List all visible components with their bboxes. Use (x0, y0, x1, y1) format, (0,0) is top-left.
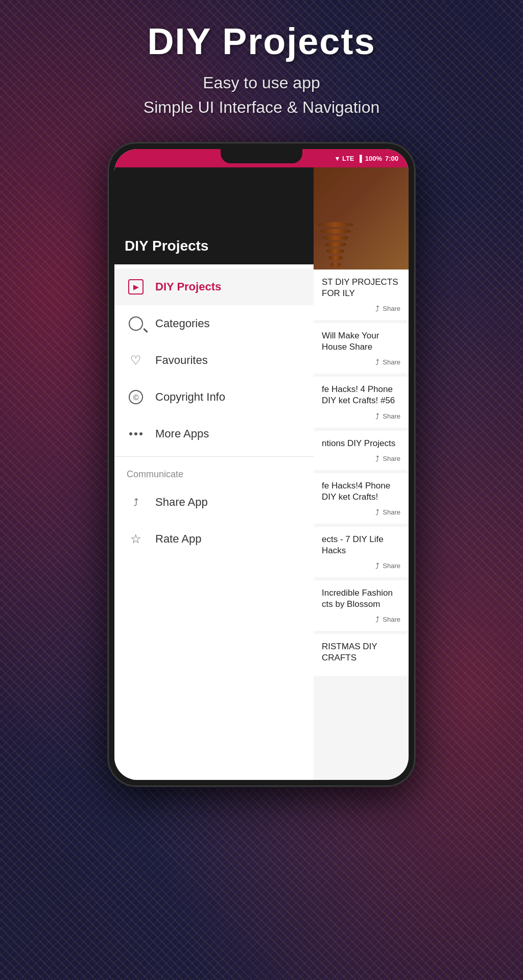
copyright-icon: © (127, 388, 145, 406)
item-title-4: ntions DIY Projects (322, 438, 400, 449)
list-item[interactable]: Will Make Your House Share ⤴ Share (314, 323, 409, 374)
drawer-app-name: DIY Projects (125, 238, 208, 254)
share-icon: ⤴ (127, 493, 145, 511)
drawer-header: DIY Projects (114, 167, 314, 264)
battery-label: 100% (365, 155, 382, 162)
share-icon-3: ⤴ (375, 412, 379, 421)
phone-container: ▾ LTE ▐ 100% 7:00 (108, 143, 415, 786)
share-btn-1[interactable]: ⤴ Share (322, 304, 400, 313)
navigation-drawer: DIY Projects ▶ DIY Projects (114, 167, 314, 780)
item-title-1: ST DIY PROJECTS FOR ILY (322, 277, 400, 299)
share-btn-3[interactable]: ⤴ Share (322, 412, 400, 421)
phone-notch (221, 149, 302, 163)
sidebar-item-label-favourites: Favourites (155, 354, 208, 367)
communicate-section-title: Communicate (114, 461, 314, 484)
sidebar-item-label-more-apps: More Apps (155, 427, 209, 440)
item-title-7: Incredible Fashion cts by Blossom (322, 587, 400, 610)
share-btn-6[interactable]: ⤴ Share (322, 561, 400, 570)
star-icon: ☆ (127, 530, 145, 548)
share-icon-4: ⤴ (375, 454, 379, 463)
time-label: 7:00 (385, 155, 398, 162)
heart-icon: ♡ (127, 351, 145, 370)
phone-screen: ▾ LTE ▐ 100% 7:00 (114, 149, 409, 780)
share-icon-1: ⤴ (375, 304, 379, 313)
signal-icon: ▐ (358, 155, 362, 162)
sidebar-item-label-share-app: Share App (155, 496, 208, 509)
share-icon-7: ⤴ (375, 615, 379, 624)
item-title-6: ects - 7 DIY Life Hacks (322, 534, 400, 556)
list-item[interactable]: fe Hacks!4 Phone DIY ket Crafts! ⤴ Share (314, 473, 409, 524)
drawer-menu: ▶ DIY Projects Categories ♡ (114, 264, 314, 780)
sidebar-item-label-categories: Categories (155, 317, 209, 330)
share-btn-5[interactable]: ⤴ Share (322, 508, 400, 517)
item-title-8: RISTMAS DIY CRAFTS (322, 641, 400, 664)
list-item[interactable]: ST DIY PROJECTS FOR ILY ⤴ Share (314, 270, 409, 320)
play-icon: ▶ (127, 278, 145, 296)
item-title-5: fe Hacks!4 Phone DIY ket Crafts! (322, 480, 400, 503)
item-title-3: fe Hacks! 4 Phone DIY ket Crafts! #56 (322, 384, 400, 406)
list-item[interactable]: ntions DIY Projects ⤴ Share (314, 431, 409, 470)
sidebar-item-copyright-info[interactable]: © Copyright Info (114, 379, 314, 415)
network-label: LTE (342, 155, 354, 162)
sidebar-item-rate-app[interactable]: ☆ Rate App (114, 521, 314, 557)
sidebar-item-more-apps[interactable]: More Apps (114, 415, 314, 452)
sidebar-item-categories[interactable]: Categories (114, 305, 314, 342)
page-title: DIY Projects (0, 20, 523, 62)
more-icon (127, 425, 145, 443)
list-item[interactable]: ects - 7 DIY Life Hacks ⤴ Share (314, 527, 409, 577)
sidebar-item-label-copyright-info: Copyright Info (155, 390, 225, 404)
sidebar-item-label-diy-projects: DIY Projects (155, 280, 221, 293)
share-icon-2: ⤴ (375, 358, 379, 366)
sidebar-item-label-rate-app: Rate App (155, 532, 202, 546)
list-item[interactable]: Incredible Fashion cts by Blossom ⤴ Shar… (314, 580, 409, 631)
header-section: DIY Projects Easy to use app Simple UI I… (0, 20, 523, 119)
list-item[interactable]: fe Hacks! 4 Phone DIY ket Crafts! #56 ⤴ … (314, 377, 409, 427)
phone-frame: ▾ LTE ▐ 100% 7:00 (108, 143, 415, 786)
wifi-icon: ▾ (336, 155, 339, 162)
share-btn-2[interactable]: ⤴ Share (322, 358, 400, 366)
search-icon (127, 314, 145, 333)
content-list: ST DIY PROJECTS FOR ILY ⤴ Share Will Mak… (314, 270, 409, 780)
page-subtitle: Easy to use app Simple UI Interface & Na… (0, 70, 523, 119)
share-btn-7[interactable]: ⤴ Share (322, 615, 400, 624)
drawer-divider (114, 456, 314, 457)
share-btn-4[interactable]: ⤴ Share (322, 454, 400, 463)
list-item[interactable]: RISTMAS DIY CRAFTS (314, 634, 409, 676)
status-icons: ▾ LTE ▐ 100% 7:00 (336, 155, 398, 162)
sidebar-item-diy-projects[interactable]: ▶ DIY Projects (114, 268, 314, 305)
share-icon-6: ⤴ (375, 561, 379, 570)
sidebar-item-share-app[interactable]: ⤴ Share App (114, 484, 314, 521)
item-title-2: Will Make Your House Share (322, 330, 400, 353)
share-icon-5: ⤴ (375, 508, 379, 517)
sidebar-item-favourites[interactable]: ♡ Favourites (114, 342, 314, 379)
